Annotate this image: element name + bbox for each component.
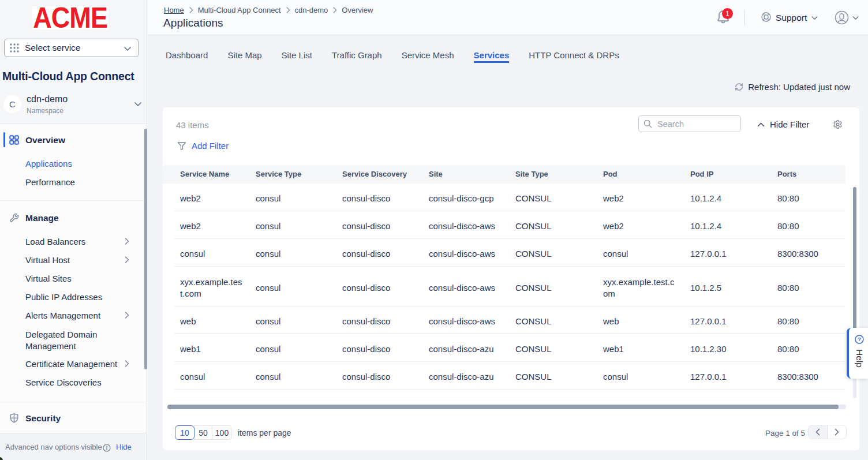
svg-text:?: ? <box>858 336 861 342</box>
